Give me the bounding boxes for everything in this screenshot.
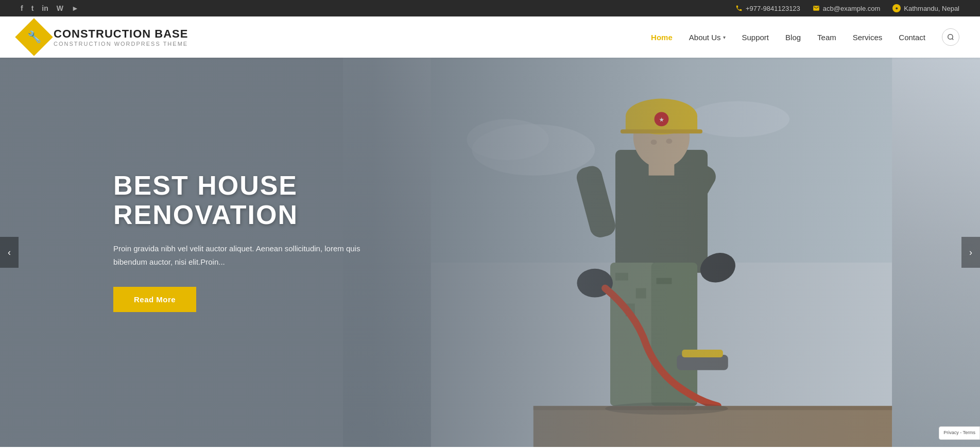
logo-icon: 🔧 <box>15 18 53 56</box>
chevron-left-icon: ‹ <box>8 247 11 258</box>
phone-number: +977-9841123123 <box>746 5 800 12</box>
nav-aboutus[interactable]: About Us ▾ <box>689 33 726 42</box>
read-more-button[interactable]: Read More <box>113 287 196 312</box>
site-subtitle: Construction WordPress Theme <box>54 41 188 47</box>
nav-aboutus-link[interactable]: About Us <box>689 33 721 42</box>
social-links: f t in W ► <box>21 4 79 12</box>
nav-team[interactable]: Team <box>817 33 836 42</box>
site-title: CONSTRUCTION BASE <box>54 27 188 41</box>
privacy-badge: Privacy - Terms <box>939 426 980 440</box>
logo-text: CONSTRUCTION BASE Construction WordPress… <box>54 27 188 47</box>
location-icon: ● <box>892 4 901 12</box>
nav-blog[interactable]: Blog <box>785 33 801 42</box>
logo: 🔧 CONSTRUCTION BASE Construction WordPre… <box>21 24 188 50</box>
twitter-icon[interactable]: t <box>31 4 34 12</box>
youtube-icon[interactable]: ► <box>72 4 79 12</box>
facebook-icon[interactable]: f <box>21 4 23 12</box>
contact-info: +977-9841123123 acb@example.com ● Kathma… <box>735 4 959 12</box>
chevron-right-icon: › <box>969 247 972 258</box>
chevron-down-icon: ▾ <box>723 35 726 40</box>
email-info: acb@example.com <box>813 5 880 12</box>
nav-support[interactable]: Support <box>742 33 769 42</box>
header: 🔧 CONSTRUCTION BASE Construction WordPre… <box>0 16 980 58</box>
svg-line-1 <box>952 39 954 40</box>
hero-section: ★ BEST HOUSE RENOVATION Proin gravida ni… <box>0 58 980 447</box>
nav-home[interactable]: Home <box>651 33 673 42</box>
location-info: ● Kathmandu, Nepal <box>892 4 959 12</box>
nav-services[interactable]: Services <box>853 33 883 42</box>
search-button[interactable] <box>942 28 959 46</box>
wordpress-icon[interactable]: W <box>57 4 63 12</box>
nav-contact[interactable]: Contact <box>899 33 925 42</box>
hero-content: BEST HOUSE RENOVATION Proin gravida nibh… <box>0 58 360 312</box>
svg-point-0 <box>948 35 953 39</box>
phone-info: +977-9841123123 <box>735 5 800 12</box>
carousel-next-button[interactable]: › <box>961 237 980 268</box>
carousel-prev-button[interactable]: ‹ <box>0 237 19 268</box>
location-text: Kathmandu, Nepal <box>904 5 959 12</box>
main-nav: Home About Us ▾ Support Blog Team Servic… <box>651 28 959 46</box>
linkedin-icon[interactable]: in <box>42 4 48 12</box>
privacy-text: Privacy - Terms <box>943 430 975 435</box>
hero-description: Proin gravida nibh vel velit auctor aliq… <box>113 242 360 268</box>
topbar: f t in W ► +977-9841123123 acb@example.c… <box>0 0 980 16</box>
email-address: acb@example.com <box>823 5 880 12</box>
logo-icon-symbol: 🔧 <box>27 30 41 44</box>
hero-title: BEST HOUSE RENOVATION <box>113 171 360 230</box>
